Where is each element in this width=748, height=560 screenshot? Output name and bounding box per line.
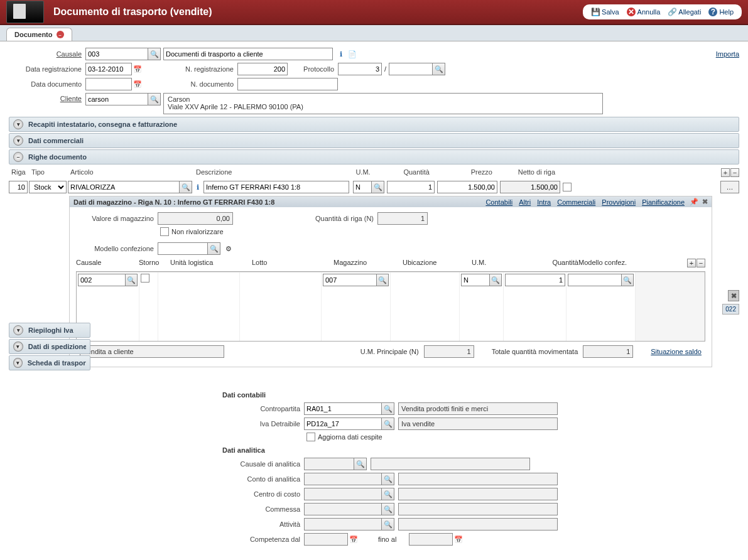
- side-close-button[interactable]: ✖: [728, 290, 739, 301]
- remove-row-button[interactable]: −: [730, 168, 739, 177]
- wh-tab-contabili[interactable]: Contabili: [485, 198, 512, 206]
- non-rivalorizzare-label: Non rivalorizzare: [171, 228, 224, 235]
- non-rivalorizzare-checkbox[interactable]: [160, 227, 169, 236]
- section-riepiloghi[interactable]: ▾ Riepiloghi Iva: [9, 323, 90, 338]
- centro-costo-desc: [398, 488, 558, 500]
- causale-analitica-lookup[interactable]: 🔍: [354, 458, 367, 470]
- centro-costo-input[interactable]: [304, 488, 382, 500]
- section-spedizione[interactable]: ▾ Dati di spedizione: [9, 339, 90, 354]
- wh-storno-checkbox[interactable]: [141, 274, 149, 283]
- row-more-button[interactable]: …: [720, 181, 739, 193]
- attachments-button[interactable]: 🔗 Allegati: [664, 6, 704, 18]
- row-checkbox[interactable]: [563, 183, 572, 191]
- wh-quantita-input[interactable]: [505, 274, 565, 286]
- modello-conf-lookup[interactable]: 🔍: [208, 242, 220, 255]
- importa-link[interactable]: Importa: [716, 50, 739, 58]
- attivita-input[interactable]: [304, 518, 382, 530]
- causale-lookup[interactable]: 🔍: [148, 48, 161, 60]
- wh-um-input[interactable]: [461, 274, 490, 286]
- wh-tab-pianificazione[interactable]: Pianificazione: [642, 198, 685, 206]
- cell-descrizione[interactable]: [203, 181, 349, 193]
- warehouse-panel: Dati di magazzino - Riga N. 10 : Inferno…: [69, 196, 712, 367]
- wh-modello-input[interactable]: [568, 274, 622, 286]
- calendar-icon[interactable]: 📅: [348, 534, 359, 545]
- wh-magazzino-lookup[interactable]: 🔍: [377, 274, 389, 286]
- centro-costo-lookup[interactable]: 🔍: [382, 488, 394, 500]
- contropartita-lookup[interactable]: 🔍: [382, 402, 394, 415]
- cliente-lookup[interactable]: 🔍: [148, 93, 161, 105]
- help-label: Help: [719, 8, 734, 16]
- cell-quantita[interactable]: [387, 181, 435, 193]
- add-button[interactable]: +: [687, 259, 696, 267]
- save-button[interactable]: 💾 Salva: [588, 6, 622, 18]
- protocollo-input[interactable]: [338, 63, 382, 75]
- section-label: Dati commerciali: [28, 137, 84, 144]
- expand-icon: ▾: [13, 119, 23, 129]
- conto-analitica-lookup[interactable]: 🔍: [382, 473, 394, 485]
- contropartita-label: Contropartita: [222, 405, 304, 412]
- commessa-input[interactable]: [304, 503, 382, 515]
- wh-causale-input[interactable]: [78, 274, 126, 286]
- cell-tipo[interactable]: Stock: [29, 181, 67, 193]
- causale-input[interactable]: [85, 48, 148, 60]
- causale-desc[interactable]: [163, 48, 333, 60]
- articolo-lookup[interactable]: 🔍: [180, 181, 192, 193]
- section-commerciali[interactable]: ▾ Dati commerciali: [9, 133, 739, 148]
- protocollo-suffix[interactable]: [389, 63, 433, 75]
- header-toolbar: 💾 Salva ✕ Annulla 🔗 Allegati ? Help: [583, 4, 742, 19]
- cancel-button[interactable]: ✕ Annulla: [624, 6, 664, 18]
- cliente-input[interactable]: [85, 93, 148, 105]
- um-lookup[interactable]: 🔍: [372, 181, 384, 193]
- iva-input[interactable]: [304, 417, 382, 430]
- causale-analitica-input[interactable]: [304, 458, 354, 470]
- competenza-dal-input[interactable]: [304, 533, 348, 546]
- wh-tab-intra[interactable]: Intra: [537, 198, 551, 206]
- info-icon[interactable]: ℹ: [335, 48, 347, 60]
- remove-button[interactable]: −: [697, 259, 705, 267]
- calendar-icon[interactable]: 📅: [132, 78, 143, 90]
- protocollo-lookup[interactable]: 🔍: [433, 63, 445, 75]
- section-recapiti[interactable]: ▾ Recapiti intestatario, consegna e fatt…: [9, 117, 739, 132]
- cell-riga[interactable]: [9, 181, 28, 193]
- wh-modello-lookup[interactable]: 🔍: [622, 274, 634, 286]
- close-icon[interactable]: –: [57, 31, 64, 38]
- calendar-icon[interactable]: 📅: [132, 63, 143, 75]
- wh-causale-lookup[interactable]: 🔍: [126, 274, 138, 286]
- wh-tab-provvigioni[interactable]: Provvigioni: [602, 198, 636, 206]
- fino-al-input[interactable]: [409, 533, 453, 546]
- wh-tab-altri[interactable]: Altri: [519, 198, 531, 206]
- gear-icon[interactable]: ⚙: [223, 243, 234, 254]
- pin-icon[interactable]: 📌: [690, 198, 698, 206]
- document-icon[interactable]: 📄: [347, 48, 358, 60]
- close-icon[interactable]: ✖: [702, 198, 708, 206]
- ndoc-input[interactable]: [237, 78, 338, 90]
- section-label: Righe documento: [28, 153, 87, 161]
- cell-prezzo[interactable]: [437, 181, 497, 193]
- contropartita-input[interactable]: [304, 402, 382, 415]
- commessa-lookup[interactable]: 🔍: [382, 503, 394, 515]
- warehouse-header: Dati di magazzino - Riga N. 10 : Inferno…: [70, 197, 712, 207]
- col-netto: Netto di riga: [495, 168, 558, 177]
- wh-tab-commerciali[interactable]: Commerciali: [557, 198, 595, 206]
- situazione-saldo-link[interactable]: Situazione saldo: [651, 348, 702, 355]
- section-righe[interactable]: – Righe documento: [9, 149, 739, 164]
- help-button[interactable]: ? Help: [705, 6, 737, 18]
- conto-analitica-input[interactable]: [304, 473, 382, 485]
- data-reg-input[interactable]: [85, 63, 132, 75]
- add-row-button[interactable]: +: [721, 168, 730, 177]
- wh-magazzino-input[interactable]: [323, 274, 377, 286]
- aggiorna-cespite-checkbox[interactable]: [306, 433, 315, 441]
- nreg-input[interactable]: [237, 63, 288, 75]
- attivita-lookup[interactable]: 🔍: [382, 518, 394, 530]
- cell-articolo[interactable]: [68, 181, 180, 193]
- tab-documento[interactable]: Documento –: [6, 28, 72, 41]
- iva-lookup[interactable]: 🔍: [382, 417, 394, 430]
- cell-um[interactable]: [353, 181, 372, 193]
- side-tag[interactable]: 022: [722, 304, 739, 315]
- calendar-icon[interactable]: 📅: [453, 534, 464, 545]
- info-icon[interactable]: ℹ: [192, 181, 203, 193]
- wh-um-lookup[interactable]: 🔍: [490, 274, 502, 286]
- modello-conf-input[interactable]: [158, 242, 208, 255]
- section-scheda[interactable]: ▾ Scheda di trasporto: [9, 355, 90, 370]
- data-doc-input[interactable]: [85, 78, 132, 90]
